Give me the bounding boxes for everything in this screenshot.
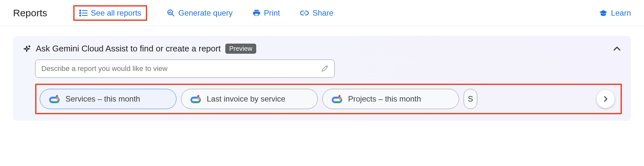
print-icon: [252, 9, 261, 17]
see-all-reports-label: See all reports: [91, 8, 141, 18]
see-all-reports-button[interactable]: See all reports: [73, 5, 147, 21]
generate-query-button[interactable]: Generate query: [167, 8, 233, 18]
chip-projects-this-month[interactable]: Projects – this month: [322, 89, 459, 109]
share-label: Share: [313, 8, 333, 18]
share-button[interactable]: Share: [300, 8, 333, 18]
chip-label: S: [468, 94, 473, 104]
chip-label: Last invoice by service: [207, 94, 285, 104]
chips-scroll-right-button[interactable]: [596, 90, 615, 108]
chip-last-invoice-by-service[interactable]: Last invoice by service: [181, 89, 318, 109]
magic-pencil-icon: [321, 65, 329, 73]
chip-services-this-month[interactable]: Services – this month: [40, 89, 176, 109]
page-title: Reports: [13, 7, 47, 19]
report-prompt-input[interactable]: [41, 64, 321, 73]
svg-line-7: [172, 14, 174, 16]
chip-label: Projects – this month: [348, 94, 421, 104]
gemini-assist-panel: Ask Gemini Cloud Assist to find or creat…: [13, 36, 631, 121]
learn-icon: [599, 9, 608, 17]
collapse-button[interactable]: [612, 44, 622, 54]
preview-badge: Preview: [225, 44, 256, 54]
svg-point-2: [80, 12, 81, 13]
generate-query-label: Generate query: [178, 8, 233, 18]
google-cloud-icon: [190, 94, 201, 104]
chip-partial-next[interactable]: S: [464, 89, 477, 109]
link-icon: [300, 9, 309, 17]
chevron-up-icon: [612, 44, 622, 54]
learn-label: Learn: [611, 8, 631, 18]
panel-title: Ask Gemini Cloud Assist to find or creat…: [36, 44, 221, 54]
query-icon: [167, 9, 175, 17]
print-label: Print: [264, 8, 280, 18]
suggestion-chips-row: Services – this month Last invoice by se…: [35, 84, 622, 114]
sparkle-icon: [22, 44, 31, 53]
chip-label: Services – this month: [65, 94, 140, 104]
google-cloud-icon: [332, 94, 342, 104]
google-cloud-icon: [49, 94, 60, 104]
report-prompt-input-wrapper[interactable]: [35, 60, 335, 78]
learn-button[interactable]: Learn: [599, 8, 631, 18]
svg-point-4: [80, 15, 81, 16]
print-button[interactable]: Print: [252, 8, 280, 18]
chevron-right-icon: [602, 95, 609, 103]
svg-point-0: [80, 10, 81, 11]
list-icon: [79, 9, 88, 17]
topbar: Reports See all reports Generate query P…: [0, 0, 644, 26]
